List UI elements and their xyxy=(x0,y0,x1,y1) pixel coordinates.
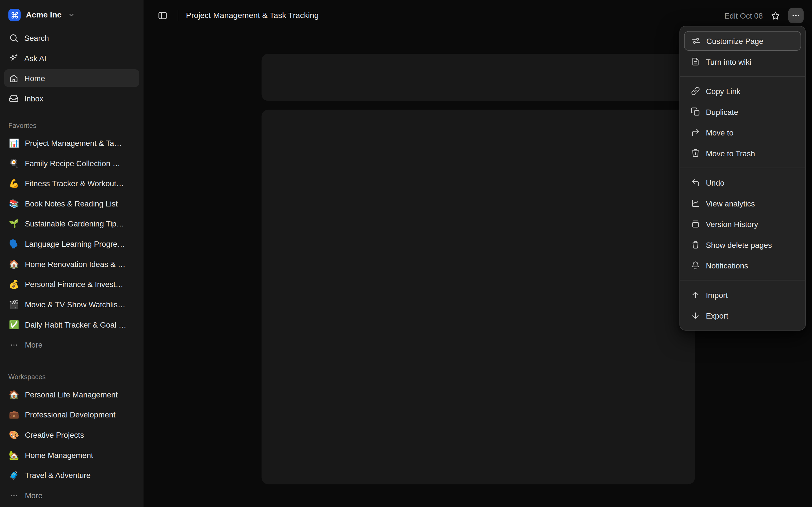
menu-item-version-history[interactable]: Version History xyxy=(684,214,801,234)
page-title-label: Travel & Adventure xyxy=(25,471,91,480)
menu-item-move-to-trash[interactable]: Move to Trash xyxy=(684,143,801,163)
sidebar-item-workspace[interactable]: 🏠 Personal Life Management xyxy=(4,385,139,405)
sidebar-item-favorite[interactable]: ✅ Daily Habit Tracker & Goal … xyxy=(4,315,139,335)
menu-item-label: Customize Page xyxy=(706,36,763,45)
document-icon xyxy=(690,57,701,66)
sidebar-item-home[interactable]: Home xyxy=(4,69,139,87)
ellipsis-icon xyxy=(8,491,19,499)
sidebar-item-label: Home xyxy=(24,74,45,82)
sidebar-item-workspace[interactable]: 💼 Professional Development xyxy=(4,404,139,425)
menu-item-label: Move to Trash xyxy=(706,149,755,158)
sidebar-item-favorite[interactable]: 🌱 Sustainable Gardening Tip… xyxy=(4,214,139,234)
corner-up-right-icon xyxy=(690,128,701,137)
page-title-label: Language Learning Progre… xyxy=(25,239,125,248)
page-emoji-icon: ✅ xyxy=(8,321,19,329)
page-title-label: Book Notes & Reading List xyxy=(25,199,117,208)
page-title-label: Sustainable Gardening Tip… xyxy=(25,219,124,228)
more-label: More xyxy=(25,341,43,349)
sidebar-item-favorite[interactable]: 📚 Book Notes & Reading List xyxy=(4,193,139,214)
sidebar-item-ask-ai[interactable]: Ask AI xyxy=(4,49,139,66)
page-emoji-icon: 🗣️ xyxy=(8,240,19,248)
duplicate-icon xyxy=(690,107,701,116)
page-options-button[interactable] xyxy=(788,8,804,23)
menu-item-label: Export xyxy=(706,311,728,320)
menu-item-label: Turn into wiki xyxy=(706,57,751,66)
page-title-label: Home Management xyxy=(25,451,93,459)
menu-item-turn-into-wiki[interactable]: Turn into wiki xyxy=(684,51,801,72)
line-chart-icon xyxy=(690,199,701,208)
workspaces-more-button[interactable]: More xyxy=(4,485,139,506)
sidebar-item-label: Ask AI xyxy=(24,54,46,62)
workspace-name: Acme Inc xyxy=(26,10,62,20)
trash-icon xyxy=(690,240,701,249)
sidebar-item-favorite[interactable]: 💰 Personal Finance & Invest… xyxy=(4,274,139,294)
favorite-star-button[interactable] xyxy=(770,11,780,20)
menu-item-import[interactable]: Import xyxy=(684,284,801,305)
sidebar-item-workspace[interactable]: 🧳 Travel & Adventure xyxy=(4,465,139,485)
undo-icon xyxy=(690,178,701,187)
link-icon xyxy=(690,87,701,96)
workspaces-header: Workspaces xyxy=(4,373,139,381)
page-emoji-icon: 🎬 xyxy=(8,300,19,308)
sidebar-item-favorite[interactable]: 💪 Fitness Tracker & Workout… xyxy=(4,173,139,193)
menu-item-export[interactable]: Export xyxy=(684,305,801,326)
sidebar-item-favorite[interactable]: 🏠 Home Renovation Ideas & … xyxy=(4,254,139,274)
menu-item-label: View analytics xyxy=(706,199,755,208)
ellipsis-icon xyxy=(8,341,19,349)
sidebar-item-favorite[interactable]: 🍳 Family Recipe Collection … xyxy=(4,153,139,173)
star-icon xyxy=(770,11,780,20)
menu-item-view-analytics[interactable]: View analytics xyxy=(684,193,801,214)
page-content-placeholder xyxy=(262,110,695,484)
ellipsis-icon xyxy=(792,11,801,20)
favorites-header: Favorites xyxy=(4,122,139,129)
last-edited-label: Edit Oct 08 xyxy=(724,11,763,20)
sidebar-item-workspace[interactable]: 🏡 Home Management xyxy=(4,445,139,465)
app-window: Acme Inc Search Ask AI xyxy=(0,0,812,507)
workspace-switcher[interactable]: Acme Inc xyxy=(4,6,139,24)
menu-item-label: Import xyxy=(706,290,728,299)
menu-divider xyxy=(680,76,805,76)
sidebar-item-workspace[interactable]: 🎨 Creative Projects xyxy=(4,425,139,445)
page-options-menu: Customize Page Turn into wiki Copy Link xyxy=(679,26,806,331)
favorites-more-button[interactable]: More xyxy=(4,335,139,355)
search-icon xyxy=(8,33,18,43)
chevron-down-icon xyxy=(68,11,75,18)
menu-item-move-to[interactable]: Move to xyxy=(684,122,801,143)
menu-item-notifications[interactable]: Notifications xyxy=(684,255,801,276)
menu-item-label: Undo xyxy=(706,178,724,187)
page-title-label: Personal Finance & Invest… xyxy=(25,280,123,289)
menu-item-label: Show delete pages xyxy=(706,240,772,249)
sidebar-item-favorite[interactable]: 🗣️ Language Learning Progre… xyxy=(4,234,139,254)
arrow-down-icon xyxy=(690,311,701,320)
menu-item-duplicate[interactable]: Duplicate xyxy=(684,101,801,122)
menu-divider xyxy=(680,168,805,168)
bell-icon xyxy=(690,261,701,270)
menu-item-copy-link[interactable]: Copy Link xyxy=(684,81,801,101)
page-emoji-icon: 🏡 xyxy=(8,451,19,459)
more-label: More xyxy=(25,491,43,500)
menu-item-customize-page[interactable]: Customize Page xyxy=(684,31,801,51)
sidebar-toggle-button[interactable] xyxy=(155,8,170,22)
sparkles-icon xyxy=(8,53,18,63)
menu-item-label: Copy Link xyxy=(706,87,741,96)
page-emoji-icon: 🌱 xyxy=(8,220,19,228)
menu-item-undo[interactable]: Undo xyxy=(684,172,801,193)
page-title-label: Fitness Tracker & Workout… xyxy=(25,179,124,188)
page-title: Project Management & Task Tracking xyxy=(186,11,319,20)
page-emoji-icon: 🧳 xyxy=(8,471,19,479)
page-title-label: Project Management & Ta… xyxy=(25,138,122,147)
page-banner-placeholder xyxy=(262,54,695,101)
sidebar-item-search[interactable]: Search xyxy=(4,29,139,47)
page-emoji-icon: 📊 xyxy=(8,139,19,147)
topbar-divider xyxy=(177,10,178,21)
page-emoji-icon: 💼 xyxy=(8,410,19,418)
sidebar-item-inbox[interactable]: Inbox xyxy=(4,90,139,107)
home-icon xyxy=(8,73,18,83)
page-emoji-icon: 🏠 xyxy=(8,260,19,268)
menu-item-label: Notifications xyxy=(706,261,748,270)
menu-item-show-delete-pages[interactable]: Show delete pages xyxy=(684,234,801,255)
sidebar-item-favorite[interactable]: 📊 Project Management & Ta… xyxy=(4,133,139,153)
sidebar-item-favorite[interactable]: 🎬 Movie & TV Show Watchlis… xyxy=(4,294,139,315)
page-emoji-icon: 💪 xyxy=(8,179,19,187)
sidebar-nav: Search Ask AI Home xyxy=(4,29,139,107)
